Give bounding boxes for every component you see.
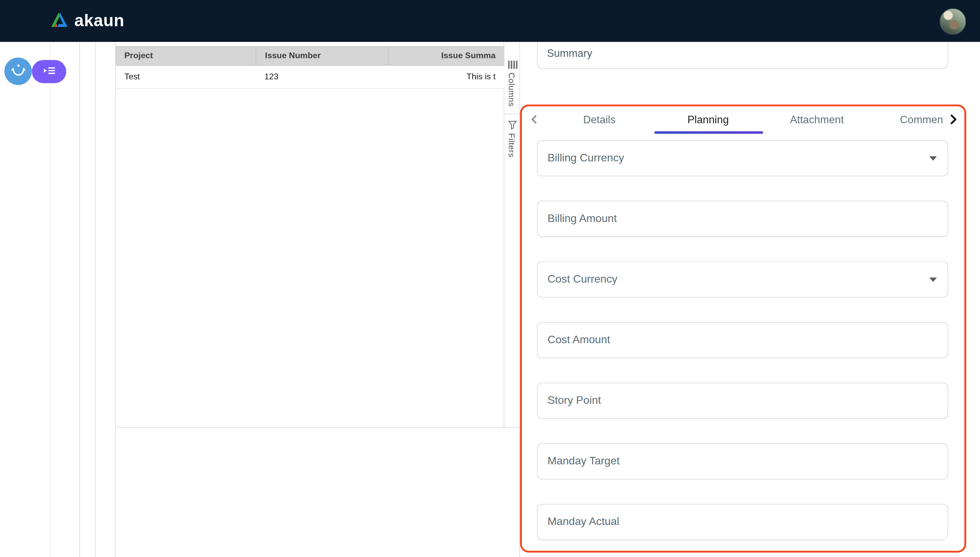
manday-actual-label: Manday Actual: [547, 505, 948, 539]
filter-icon: [507, 121, 517, 130]
detail-tabs: Details Planning Attachment Comments: [545, 106, 944, 134]
cell-issue-summary: This is t: [388, 66, 505, 88]
cost-amount-field[interactable]: Cost Amount: [537, 322, 948, 358]
manday-target-field[interactable]: Manday Target: [537, 443, 948, 479]
cost-amount-label: Cost Amount: [547, 322, 948, 357]
story-point-field[interactable]: Story Point: [537, 383, 948, 419]
left-sidebar: [0, 42, 51, 557]
expand-sidebar-button[interactable]: [32, 60, 67, 83]
columns-icon: [507, 60, 517, 69]
app-root: ⚙ Project Issue Number Issue Summa Test …: [0, 0, 980, 557]
table-header-row: Project Issue Number Issue Summa: [116, 46, 504, 66]
billing-currency-field[interactable]: Billing Currency: [537, 140, 948, 176]
table-row[interactable]: Test 123 This is t: [116, 66, 504, 89]
tabs-scroll-right-button[interactable]: [947, 113, 960, 125]
user-avatar[interactable]: [939, 8, 966, 35]
dropdown-caret-icon: [929, 277, 937, 282]
manday-actual-field[interactable]: Manday Actual: [537, 504, 948, 540]
detail-panel-left-border: [519, 42, 520, 557]
chevron-left-icon: [529, 116, 540, 127]
manday-target-label: Manday Target: [547, 444, 948, 478]
tabs-scroll-left-button[interactable]: [529, 114, 540, 125]
active-tab-indicator: [654, 132, 763, 134]
issues-table: Project Issue Number Issue Summa Test 12…: [116, 46, 504, 89]
tab-comments[interactable]: Comments: [871, 106, 944, 134]
akaun-logo-icon: [50, 11, 69, 30]
expand-menu-icon: [42, 64, 56, 80]
tab-attachment[interactable]: Attachment: [763, 106, 871, 134]
akaun-logo-text: akaun: [75, 11, 125, 31]
cell-issue-number: 123: [256, 66, 388, 88]
strip-divider: [504, 114, 519, 114]
dropdown-caret-icon: [929, 156, 937, 161]
filters-toggle[interactable]: Filters: [507, 133, 516, 157]
cell-project: Test: [116, 66, 256, 88]
akaun-logo: akaun: [50, 0, 125, 42]
table-panel-left-border: [115, 42, 116, 557]
panel-divider: [95, 42, 96, 557]
table-panel-bottom-border: [115, 427, 520, 428]
billing-amount-label: Billing Amount: [547, 201, 948, 236]
cost-currency-label: Cost Currency: [547, 262, 948, 296]
billing-amount-field[interactable]: Billing Amount: [537, 200, 948, 237]
panel-divider: [79, 42, 80, 557]
column-header-project[interactable]: Project: [116, 47, 256, 65]
tab-details[interactable]: Details: [545, 106, 654, 134]
billing-currency-label: Billing Currency: [547, 141, 948, 175]
sidebar-item-hands[interactable]: [5, 57, 32, 85]
column-header-issue-number[interactable]: Issue Number: [256, 47, 388, 65]
story-point-label: Story Point: [547, 383, 948, 418]
hands-icon: [10, 62, 26, 81]
cost-currency-field[interactable]: Cost Currency: [537, 262, 948, 298]
top-bar: [0, 0, 980, 42]
columns-toggle[interactable]: Columns: [507, 73, 516, 107]
tab-planning[interactable]: Planning: [654, 106, 763, 134]
column-header-issue-summary[interactable]: Issue Summa: [388, 47, 505, 65]
chevron-right-icon: [947, 117, 960, 127]
